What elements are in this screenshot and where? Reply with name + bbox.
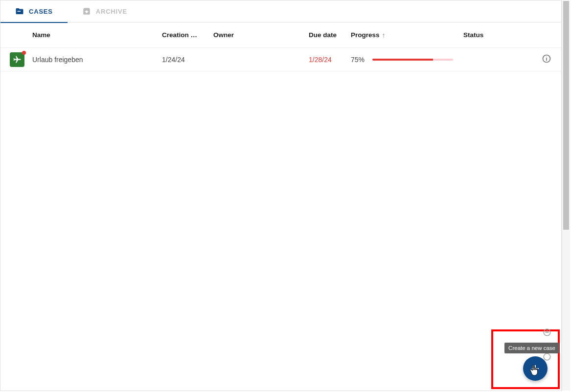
- column-header-name[interactable]: Name: [32, 31, 162, 39]
- tab-cases-label: CASES: [29, 8, 53, 15]
- vertical-scrollbar[interactable]: [562, 0, 570, 391]
- svg-point-7: [544, 353, 550, 360]
- circle-marker-icon: [543, 328, 551, 337]
- case-type-icon: [10, 52, 24, 67]
- column-header-owner[interactable]: Owner: [213, 31, 309, 39]
- row-name-cell: Urlaub freigeben: [32, 56, 162, 64]
- table-row[interactable]: Urlaub freigeben 1/24/24 1/28/24 75%: [0, 48, 561, 71]
- row-due-text: 1/28/24: [309, 56, 332, 64]
- tab-cases[interactable]: CASES: [0, 0, 68, 22]
- column-header-progress-label: Progress: [351, 31, 380, 39]
- tab-bar: CASES ARCHIVE: [0, 0, 561, 22]
- archive-icon: [82, 7, 91, 16]
- row-progress-cell: 75%: [351, 56, 463, 64]
- column-header-due[interactable]: Due date: [309, 31, 351, 39]
- column-header-due-label: Due date: [309, 31, 337, 39]
- column-header-status-label: Status: [463, 31, 483, 39]
- row-name-text: Urlaub freigeben: [32, 56, 83, 64]
- column-header-status[interactable]: Status: [463, 31, 532, 39]
- fab-tooltip-text: Create a new case: [508, 345, 555, 351]
- row-creation-cell: 1/24/24: [162, 56, 213, 64]
- table-header: Name Creation … Owner Due date Progress …: [0, 22, 561, 48]
- sort-ascending-icon: ↑: [382, 31, 386, 39]
- tab-archive[interactable]: ARCHIVE: [68, 0, 142, 22]
- column-header-owner-label: Owner: [213, 31, 234, 39]
- tab-archive-label: ARCHIVE: [96, 8, 127, 15]
- fab-tooltip: Create a new case: [504, 343, 559, 353]
- column-header-progress[interactable]: Progress ↑: [351, 31, 463, 39]
- notification-dot-icon: [22, 51, 26, 55]
- row-action-cell: [532, 54, 561, 65]
- row-due-cell: 1/28/24: [309, 56, 351, 64]
- main-panel: CASES ARCHIVE Name Creation … Owner Due …: [0, 0, 562, 391]
- scrollbar-thumb[interactable]: [563, 1, 569, 230]
- plus-icon: [529, 363, 541, 374]
- info-icon[interactable]: [542, 57, 551, 65]
- folder-icon: [15, 7, 24, 16]
- column-header-name-label: Name: [32, 31, 50, 39]
- create-case-button[interactable]: [523, 356, 548, 381]
- progress-bar: [372, 59, 453, 61]
- progress-fill: [372, 59, 433, 61]
- column-header-creation[interactable]: Creation …: [162, 31, 213, 39]
- row-icon-cell: [0, 52, 32, 67]
- column-header-creation-label: Creation …: [162, 31, 197, 39]
- svg-rect-0: [18, 11, 21, 12]
- row-progress-pct: 75%: [351, 56, 366, 64]
- row-creation-text: 1/24/24: [162, 56, 185, 64]
- svg-point-3: [546, 57, 547, 57]
